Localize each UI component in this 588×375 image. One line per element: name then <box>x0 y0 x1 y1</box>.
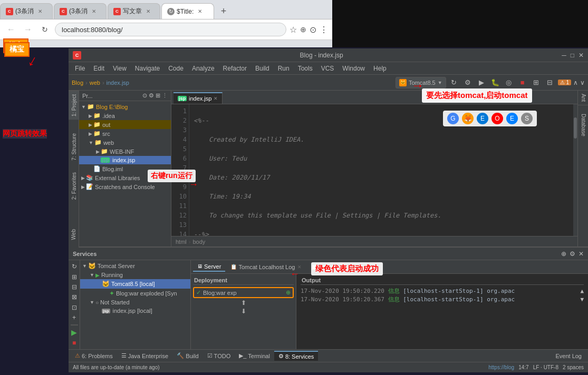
event-log-label[interactable]: Event Log <box>551 352 586 360</box>
run-extra1[interactable]: ⊞ <box>531 77 542 88</box>
tab2-close[interactable]: ✕ <box>92 8 96 14</box>
svc-blog-exploded[interactable]: ▶ ✦ Blog:war exploded [Syn <box>80 289 190 298</box>
deploy-add-icon[interactable]: ⊕ <box>286 289 291 296</box>
bookmark-star[interactable]: ☆ <box>290 25 297 35</box>
menu-edit[interactable]: Edit <box>89 64 109 73</box>
profile-icon[interactable]: ⊙ <box>310 25 316 35</box>
run-reload-button[interactable]: ↻ <box>448 77 460 88</box>
menu-analyze[interactable]: Analyze <box>188 64 219 73</box>
minimize-button[interactable]: ─ <box>562 52 566 59</box>
bookmark-icon[interactable]: ⊕ <box>300 25 306 34</box>
web-side-tab[interactable]: Web <box>69 221 79 248</box>
server-tab-icon: 🖥 <box>197 263 203 269</box>
deploy-up-arrow[interactable]: ⬆ <box>193 299 294 307</box>
browser-tab-2[interactable]: C (3条消 ✕ <box>54 3 107 19</box>
breadcrumb-web: web <box>90 80 100 86</box>
tree-scratches[interactable]: ▶ 📝 Scratches and Console <box>79 182 171 191</box>
svc-tb-pause[interactable]: ⊟ <box>70 283 79 291</box>
run-debug-button[interactable]: 🐛 <box>489 77 501 88</box>
svc-tb-add[interactable]: + <box>70 313 79 322</box>
svc-tomcat-local[interactable]: ▶ 🐱 Tomcat8.5 [local] <box>80 279 190 289</box>
menu-tools[interactable]: Tools <box>294 64 317 73</box>
run-extra2[interactable]: ⊟ <box>544 77 556 88</box>
menu-code[interactable]: Code <box>164 64 188 73</box>
menu-vcs[interactable]: VCS <box>317 64 339 73</box>
forward-button[interactable]: → <box>21 23 35 36</box>
run-stop-button[interactable]: ■ <box>517 77 528 88</box>
svc-tab-server[interactable]: 🖥 Server <box>193 262 225 272</box>
tab3-close[interactable]: ✕ <box>146 8 150 14</box>
menu-window[interactable]: Window <box>338 64 369 73</box>
run-build-button[interactable]: ▶ <box>476 77 487 88</box>
menu-help[interactable]: Help <box>369 64 391 73</box>
tree-gear-icon[interactable]: ⚙ <box>149 92 154 99</box>
ide-logo: C <box>73 51 81 60</box>
svc-index-local[interactable]: ▶ jsp index.jsp [local] <box>80 307 190 315</box>
deployment-item[interactable]: ✓ Blog:war exp ⊕ <box>193 287 294 298</box>
bottom-tab-build[interactable]: 🔨 Build <box>172 351 203 360</box>
svc-tb-run-green[interactable]: ▶ <box>70 328 79 337</box>
tree-idea[interactable]: ▶ 📁 .idea <box>79 111 171 120</box>
sidebar-tab-favorites[interactable]: 2: Favorites <box>69 169 79 203</box>
tree-webinf[interactable]: ▶ 📁 WEB-INF <box>79 147 171 156</box>
svc-tb-sort[interactable]: ⊡ <box>70 303 79 312</box>
tree-sync-icon[interactable]: ⊙ <box>142 92 147 99</box>
output-scroll-up[interactable]: ▲ <box>580 287 584 295</box>
bottom-tab-enterprise[interactable]: ☰ Java Enterprise <box>117 351 172 360</box>
sidebar-tab-project[interactable]: 1: Project <box>69 91 79 120</box>
tree-more-icon[interactable]: ⋮ <box>162 92 168 99</box>
run-settings-button[interactable]: ⚙ <box>462 77 474 88</box>
services-gear-icon[interactable]: ⚙ <box>570 250 575 258</box>
editor-tab-index[interactable]: jsp index.jsp ✕ <box>173 92 223 104</box>
browser-tab-4[interactable]: ↻ $Title: ✕ <box>161 3 214 19</box>
menu-view[interactable]: View <box>109 64 131 73</box>
close-button[interactable]: ✕ <box>579 52 584 59</box>
editor-tab-close[interactable]: ✕ <box>214 96 218 101</box>
editor-scrollbar[interactable] <box>573 104 577 236</box>
menu-icon[interactable]: ⋮ <box>320 25 328 35</box>
menu-run[interactable]: Run <box>274 64 294 73</box>
back-button[interactable]: ← <box>4 23 18 36</box>
services-close-icon[interactable]: ✕ <box>579 250 584 258</box>
tree-root[interactable]: ▼ 📁 Blog E:\Blog <box>79 102 171 111</box>
tree-src[interactable]: ▶ 📁 src <box>79 129 171 138</box>
menu-file[interactable]: File <box>71 64 89 73</box>
menu-refactor[interactable]: Refactor <box>219 64 251 73</box>
deploy-down-arrow[interactable]: ⬇ <box>193 308 294 315</box>
services-add-icon[interactable]: ⊕ <box>561 250 566 258</box>
tree-indexjsp[interactable]: ▶ jsp index.jsp <box>79 156 171 164</box>
menu-navigate[interactable]: Navigate <box>131 64 164 73</box>
browser-tab-3[interactable]: C 写文章 ✕ <box>108 3 160 19</box>
maximize-button[interactable]: □ <box>571 52 574 59</box>
tree-out[interactable]: ▶ 📁 out <box>79 120 171 129</box>
status-git-link[interactable]: https://blog <box>488 364 514 370</box>
address-bar[interactable]: localhost:8080/blog/ <box>55 23 286 36</box>
svc-tb-stop-red[interactable]: ■ <box>70 339 79 347</box>
expand-icon[interactable]: ∧ <box>573 79 578 86</box>
svc-tb-filter[interactable]: ⊠ <box>70 293 79 301</box>
editor-tab-label: index.jsp <box>189 95 211 102</box>
bottom-tab-todo[interactable]: ☑ TODO <box>203 351 235 360</box>
svc-running[interactable]: ▼ ▶ Running <box>80 271 190 279</box>
bottom-tab-problems[interactable]: ⚠ 6: Problems <box>71 351 117 360</box>
svc-tb-stop[interactable]: ⊞ <box>70 272 79 281</box>
browser-tab-1[interactable]: C (3条消 ✕ <box>0 3 53 19</box>
tab1-close[interactable]: ✕ <box>38 8 42 14</box>
svc-tomcat-server[interactable]: ▼ 🐱 Tomcat Server <box>80 261 190 271</box>
right-tab-database[interactable]: Database <box>578 111 588 140</box>
tree-expand-icon[interactable]: ⊞ <box>156 92 160 99</box>
tree-web[interactable]: ▼ 📁 web <box>79 138 171 147</box>
right-tab-ant[interactable]: Ant <box>578 91 588 105</box>
bottom-tab-services[interactable]: ⚙ 8: Services <box>274 351 318 361</box>
bottom-tab-terminal[interactable]: ▶_ Terminal <box>235 351 274 360</box>
collapse-icon[interactable]: ∨ <box>580 79 585 86</box>
output-scroll-down[interactable]: ▼ <box>580 295 584 304</box>
reload-button[interactable]: ↻ <box>38 23 52 36</box>
svc-tb-rerun[interactable]: ↻ <box>70 262 79 271</box>
sidebar-tab-structure[interactable]: 7: Structure <box>69 130 79 164</box>
menu-build[interactable]: Build <box>251 64 274 73</box>
add-tab-button[interactable]: + <box>216 4 231 18</box>
svc-not-started[interactable]: ▼ ○ Not Started <box>80 298 190 307</box>
run-profile-button[interactable]: ◎ <box>503 77 515 88</box>
tab4-close[interactable]: ✕ <box>198 8 202 14</box>
